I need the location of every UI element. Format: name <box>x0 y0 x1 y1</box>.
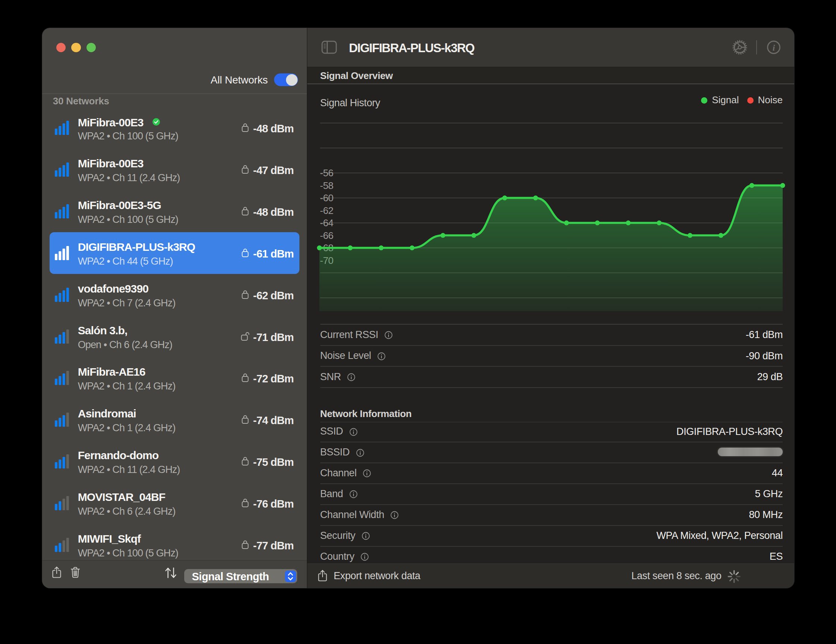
svg-text:i: i <box>772 43 775 52</box>
svg-text:-62: -62 <box>320 205 333 216</box>
svg-text:-58: -58 <box>320 180 333 191</box>
svg-text:-66: -66 <box>320 230 333 241</box>
